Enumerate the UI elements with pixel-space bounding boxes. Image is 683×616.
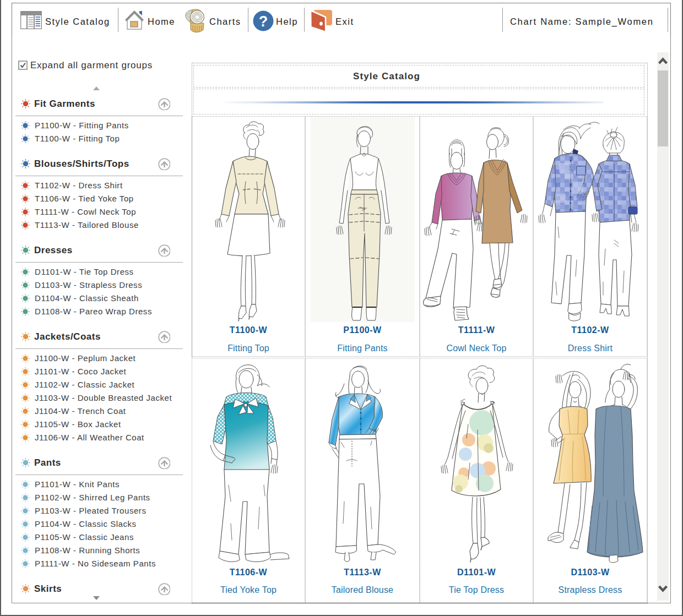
svg-text:?: ? [259, 13, 268, 30]
